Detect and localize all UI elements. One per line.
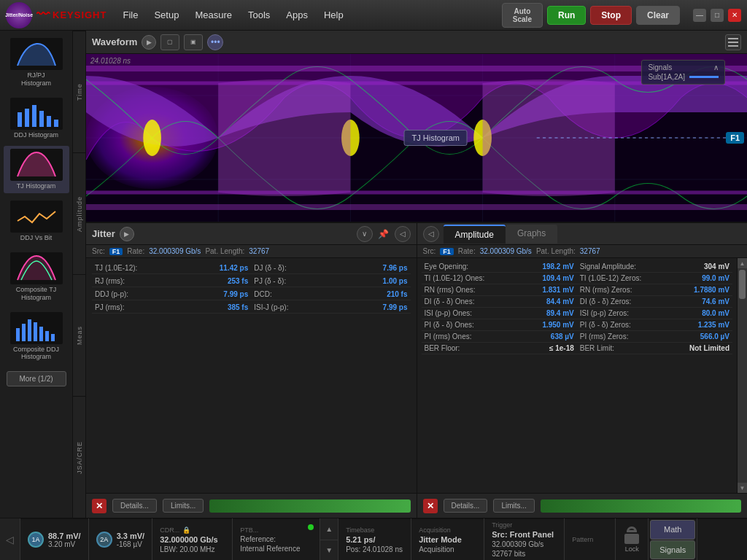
signals-chevron-icon[interactable]: ∧ — [713, 63, 719, 71]
amp-col-left: Eye Opening:198.2 mVTI (1.0E-12) Ones:10… — [422, 261, 577, 490]
amp-row-right-2: RN (rms) Zeros:1.7880 mV — [577, 284, 732, 296]
amp-label-r-7: BER Limit: — [580, 344, 614, 352]
lock-segment[interactable]: Lock — [616, 518, 649, 560]
stop-button[interactable]: Stop — [590, 6, 632, 25]
jitter-row-5: PJ (δ - δ):1.00 ps — [251, 276, 410, 287]
amp-label-r-1: TI (1.0E-12) Zeros: — [580, 274, 641, 282]
status-left-button[interactable]: ◁ — [0, 518, 20, 560]
ptb-segment[interactable]: PTB... Reference: Internal Reference — [233, 518, 320, 560]
ctj-thumbnail — [10, 252, 63, 284]
waveform-play-button[interactable]: ▶ — [142, 35, 156, 50]
eye-diagram: 24.01028 ns — [86, 54, 747, 222]
amp-val-r-4: 80.0 mV — [702, 309, 729, 317]
svg-rect-16 — [39, 327, 43, 341]
menu-help[interactable]: Help — [318, 7, 349, 23]
jitter-pin-button[interactable]: 📌 — [377, 228, 390, 241]
jitter-close-button[interactable]: ✕ — [92, 499, 107, 513]
amp-label-l-1: TI (1.0E-12) Ones: — [425, 274, 485, 282]
jitter-details-button[interactable]: Details... — [112, 499, 157, 513]
menu-bar: Jitter/Noise 〰 KEYSIGHT File Setup Measu… — [0, 0, 747, 31]
sidebar-item-tj[interactable]: TJ Histogram — [4, 146, 69, 193]
jitter-col-2: DJ (δ - δ):7.96 psPJ (δ - δ):1.00 psDCD:… — [251, 262, 410, 489]
more-button[interactable]: More (1/2) — [7, 371, 66, 386]
signals-title: Signals ∧ — [648, 63, 719, 71]
rjpj-label: RJ/PJ Histogram — [21, 71, 51, 88]
sidebar-item-ddj-bit[interactable]: DDJ Vs Bit — [4, 198, 69, 245]
scroll-track — [738, 268, 747, 483]
amplitude-details-button[interactable]: Details... — [444, 499, 488, 513]
amplitude-close-button[interactable]: ✕ — [423, 499, 438, 513]
sidebar-item-cddj[interactable]: Composite DDJ Histogram — [4, 309, 69, 365]
jitter-val-7: 7.99 ps — [383, 303, 408, 311]
svg-rect-17 — [45, 331, 49, 341]
jitter-back-button[interactable]: ◁ — [395, 226, 411, 242]
maximize-button[interactable]: □ — [711, 9, 724, 22]
tab-graphs[interactable]: Graphs — [506, 225, 557, 244]
amplitude-src-bar: Src: F1 Rate: 32.000309 Gb/s Pat. Length… — [417, 245, 748, 258]
run-button[interactable]: Run — [547, 6, 586, 25]
svg-rect-4 — [32, 105, 36, 127]
sidebar-item-ctj[interactable]: Composite TJ Histogram — [4, 249, 69, 305]
acquisition-segment[interactable]: Acquisition Jitter Mode Acquisition — [411, 518, 484, 560]
probe1-segment[interactable]: 1A 88.7 mV/ 3.20 mV — [20, 518, 89, 560]
amplitude-footer: ✕ Details... Limits... — [417, 493, 748, 518]
svg-rect-12 — [16, 328, 20, 341]
scroll-down-arrow[interactable]: ▼ — [738, 483, 747, 493]
math-signals-buttons: Math Signals — [649, 518, 697, 560]
math-button[interactable]: Math — [650, 520, 695, 540]
menu-apps[interactable]: Apps — [280, 7, 314, 23]
amp-row-left-2: RN (rms) Ones:1.831 mV — [422, 284, 577, 296]
close-button[interactable]: ✕ — [728, 9, 741, 22]
jitter-header: Jitter ▶ ∨ 📌 ◁ — [86, 223, 417, 245]
nav-down-arrow[interactable]: ▼ — [320, 540, 338, 561]
menu-file[interactable]: File — [117, 7, 144, 23]
sidebar-item-rjpj[interactable]: RJ/PJ Histogram — [4, 35, 69, 90]
jitter-play-button[interactable]: ▶ — [120, 227, 134, 241]
sidebar-item-ddj[interactable]: DDJ Histogram — [4, 95, 69, 142]
amplitude-limits-button[interactable]: Limits... — [493, 499, 534, 513]
signals-button[interactable]: Signals — [650, 540, 695, 560]
probe2-badge: 2A — [96, 532, 112, 548]
amp-val-l-4: 89.4 mV — [546, 309, 574, 317]
trigger-segment[interactable]: Trigger Src: Front Panel 32.000309 Gb/s … — [484, 518, 565, 560]
tab-amplitude[interactable]: Amplitude — [444, 225, 506, 244]
menu-tools[interactable]: Tools — [242, 7, 276, 23]
probe2-segment[interactable]: 2A 3.3 mV/ -168 µV — [89, 518, 153, 560]
amplitude-scrollbar[interactable]: ▲ ▼ — [737, 258, 747, 493]
hamburger-menu-button[interactable] — [725, 34, 741, 50]
svg-rect-2 — [18, 112, 22, 127]
f1-label: F1 — [726, 132, 744, 144]
amp-label-r-3: DI (δ - δ) Zeros: — [580, 298, 632, 306]
cdr-segment[interactable]: CDR... 🔒 32.000000 Gb/s LBW: 20.00 MHz — [152, 518, 233, 560]
jitter-limits-button[interactable]: Limits... — [163, 499, 204, 513]
ddj-bit-label: DDJ Vs Bit — [20, 234, 53, 242]
content-area: Waveform ▶ ▢ ▣ ••• 24.01028 ns — [86, 31, 747, 518]
clear-button[interactable]: Clear — [636, 6, 680, 25]
amplitude-header: ◁ Amplitude Graphs — [417, 223, 748, 245]
view-dual-button[interactable]: ▣ — [184, 34, 203, 50]
jitter-label-5: PJ (δ - δ): — [254, 277, 286, 285]
menu-measure[interactable]: Measure — [189, 7, 238, 23]
minimize-button[interactable]: — — [693, 9, 706, 22]
jitter-row-1: RJ (rms):253 fs — [92, 276, 251, 287]
nav-up-arrow[interactable]: ▲ — [320, 518, 338, 540]
amp-label-r-5: PI (δ - δ) Zeros: — [580, 321, 631, 329]
menu-setup[interactable]: Setup — [148, 7, 185, 23]
cddj-label: Composite DDJ Histogram — [13, 346, 59, 362]
timebase-segment[interactable]: Timebase 5.21 ps/ Pos: 24.01028 ns — [338, 518, 411, 560]
auto-scale-button[interactable]: AutoScale — [502, 3, 543, 28]
amp-val-r-5: 1.235 mV — [698, 321, 729, 329]
amp-label-l-6: PI (rms) Ones: — [425, 332, 472, 341]
pattern-segment[interactable]: Pattern — [565, 518, 616, 560]
jitter-collapse-button[interactable]: ∨ — [357, 226, 373, 242]
scroll-up-arrow[interactable]: ▲ — [738, 258, 747, 268]
amplitude-back-button[interactable]: ◁ — [423, 226, 439, 242]
dot-menu-button[interactable]: ••• — [207, 34, 223, 50]
scroll-thumb[interactable] — [739, 270, 746, 299]
amp-label-r-2: RN (rms) Zeros: — [580, 286, 632, 294]
amp-label-l-0: Eye Opening: — [425, 262, 469, 271]
svg-rect-3 — [25, 109, 29, 127]
svg-point-28 — [143, 120, 161, 156]
amplitude-f1-tag: F1 — [440, 248, 454, 255]
view-single-button[interactable]: ▢ — [160, 34, 179, 50]
